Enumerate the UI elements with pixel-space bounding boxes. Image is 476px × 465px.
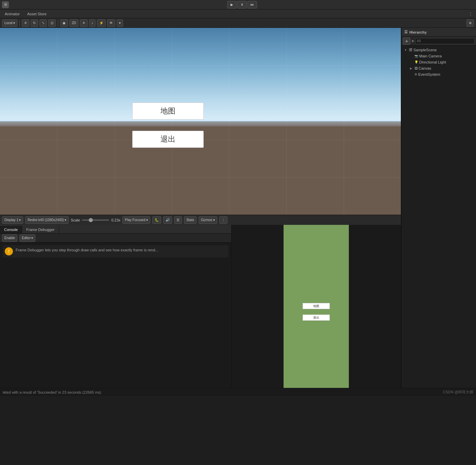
main-camera-icon: 📷 — [414, 54, 418, 58]
console-warning-icon: ! — [5, 247, 13, 255]
tab-bar: Animator Asset Store ⋮ — [0, 10, 476, 18]
scene-viewport[interactable]: 地图 退出 — [0, 28, 401, 215]
local-dropdown[interactable]: Local ▾ — [2, 19, 17, 27]
status-brand: CSDN @阿哥大师 — [443, 390, 473, 395]
scale-tool-btn[interactable]: ⤡ — [39, 19, 47, 27]
console-enable-btn[interactable]: Enable — [2, 234, 17, 242]
main-camera-label: Main Camera — [419, 54, 442, 58]
tab-frame-debugger[interactable]: Frame Debugger — [22, 226, 59, 233]
console-message-text: Frame Debugger lets you step through dra… — [16, 247, 158, 253]
console-content: ! Frame Debugger lets you step through d… — [0, 243, 231, 388]
play-controls-group: ▶ ⏸ ⏭ — [227, 1, 257, 8]
bottom-section: Console Frame Debugger Enable Editor ▾ !… — [0, 225, 476, 388]
game-phone-screen: 地图 退出 — [284, 225, 349, 388]
scene-map-button[interactable]: 地图 — [132, 103, 204, 120]
samplescene-arrow: ▼ — [404, 49, 408, 52]
separator-1 — [19, 20, 20, 26]
hierarchy-title-icon: ☰ — [404, 30, 408, 34]
tab-asset-store[interactable]: Asset Store — [24, 10, 50, 18]
editor-dropdown-icon: ▾ — [31, 236, 33, 240]
2d-btn[interactable]: 2D — [69, 19, 79, 27]
persp-btn[interactable]: ◉ — [60, 19, 68, 27]
effect-toggle-btn[interactable]: ⚡ — [97, 19, 106, 27]
hierarchy-search-input[interactable] — [415, 38, 475, 44]
hierarchy-panel: ☰ Hierarchy + ▾ ▼ 🎬 SampleScene ▶ 📷 Main… — [401, 28, 476, 225]
hierarchy-toolbar: + ▾ — [402, 37, 476, 46]
display-dropdown-icon: ▾ — [19, 218, 21, 222]
status-message: leted with a result of 'Succeeded' in 23… — [3, 390, 101, 394]
local-dropdown-icon: ▾ — [13, 21, 15, 25]
console-toolbar: Enable Editor ▾ — [0, 234, 231, 243]
console-editor-btn[interactable]: Editor ▾ — [19, 234, 35, 242]
game-quit-button[interactable]: 退出 — [303, 315, 330, 321]
scene-audio-btn[interactable]: 🔊 — [163, 216, 172, 224]
scale-label: Scale — [71, 218, 80, 222]
dir-light-label: Directional Light — [419, 60, 446, 64]
gizmos-dropdown-icon: ▾ — [213, 218, 215, 222]
play-button[interactable]: ▶ — [227, 1, 237, 8]
status-bar: leted with a result of 'Succeeded' in 23… — [0, 388, 476, 396]
game-preview-panel: 地图 退出 — [231, 225, 401, 388]
console-panel: Console Frame Debugger Enable Editor ▾ !… — [0, 225, 231, 388]
gizmo-btn[interactable]: ⊕ — [466, 19, 474, 27]
bug-btn[interactable]: 🐛 — [152, 216, 161, 224]
local-label: Local — [4, 21, 13, 25]
hierarchy-item-main-camera[interactable]: ▶ 📷 Main Camera — [402, 53, 476, 59]
console-message-1: ! Frame Debugger lets you step through d… — [3, 245, 228, 257]
scene-bottom-bar: Display 1 ▾ Redmi k40 (1080x2400) ▾ Scal… — [0, 215, 401, 225]
tab-animator[interactable]: Animator — [1, 10, 23, 18]
canvas-icon: 🖼 — [414, 67, 418, 70]
move-tool-btn[interactable]: ✛ — [22, 19, 29, 27]
scene-grid — [0, 28, 401, 215]
dir-light-icon: 💡 — [414, 60, 418, 64]
eventsystem-icon: ⚙ — [414, 73, 417, 76]
step-button[interactable]: ⏭ — [248, 1, 257, 8]
audio-toggle-btn[interactable]: ♪ — [89, 19, 96, 27]
hierarchy-panel-header: ☰ Hierarchy — [402, 28, 476, 37]
hierarchy-item-directional-light[interactable]: ▶ 💡 Directional Light — [402, 59, 476, 65]
tab-console[interactable]: Console — [0, 226, 22, 233]
stats-icon-btn[interactable]: ☰ — [174, 216, 182, 224]
hierarchy-item-canvas[interactable]: ▶ 🖼 Canvas — [402, 65, 476, 71]
scene-view-panel: 地图 退出 Display 1 ▾ Redmi k40 (1080x2400) … — [0, 28, 401, 225]
hierarchy-add-btn[interactable]: + — [403, 37, 410, 45]
console-tabs-bar: Console Frame Debugger — [0, 225, 231, 234]
scene-toolbar: Local ▾ ✛ ↻ ⤡ ⊡ ◉ 2D ☀ ♪ ⚡ 👁 ▾ ⊕ — [0, 18, 476, 28]
separator-2 — [58, 20, 58, 26]
resolution-dropdown-icon: ▾ — [65, 218, 66, 222]
scale-slider[interactable] — [82, 219, 109, 221]
samplescene-icon: 🎬 — [409, 48, 412, 52]
hierarchy-dropdown-icon: ▾ — [412, 39, 414, 43]
hierarchy-item-eventsystem[interactable]: ▶ ⚙ EventSystem — [402, 71, 476, 77]
visibility-btn[interactable]: 👁 — [107, 19, 115, 27]
scale-value: 0.23x — [111, 218, 120, 222]
inspector-panel-bottom — [401, 225, 476, 388]
play-focused-btn[interactable]: Play Focused ▾ — [122, 216, 150, 224]
scale-handle[interactable] — [89, 218, 93, 222]
main-viewport-area: 地图 退出 Display 1 ▾ Redmi k40 (1080x2400) … — [0, 28, 476, 225]
top-play-controls-bar: ⚙ ▶ ⏸ ⏭ — [0, 0, 476, 10]
play-focused-dropdown-icon: ▾ — [146, 218, 148, 222]
canvas-label: Canvas — [419, 66, 431, 70]
eventsystem-label: EventSystem — [418, 72, 440, 76]
display-selector[interactable]: Display 1 ▾ — [2, 216, 23, 224]
pause-button[interactable]: ⏸ — [237, 1, 247, 8]
light-toggle-btn[interactable]: ☀ — [80, 19, 88, 27]
scene-dots-btn[interactable]: ⋮ — [219, 216, 227, 224]
game-map-button[interactable]: 地图 — [303, 303, 330, 309]
app-icon: ⚙ — [2, 1, 9, 8]
hierarchy-title: Hierarchy — [409, 30, 427, 34]
hierarchy-item-samplescene[interactable]: ▼ 🎬 SampleScene — [402, 47, 476, 53]
rect-tool-btn[interactable]: ⊡ — [48, 19, 56, 27]
more-tools-btn[interactable]: ▾ — [117, 19, 123, 27]
scene-quit-button[interactable]: 退出 — [132, 131, 204, 148]
rotate-tool-btn[interactable]: ↻ — [31, 19, 38, 27]
tab-dots-menu[interactable]: ⋮ — [466, 12, 475, 16]
resolution-selector[interactable]: Redmi k40 (1080x2400) ▾ — [25, 216, 69, 224]
samplescene-label: SampleScene — [413, 48, 437, 52]
gizmos-btn[interactable]: Gizmos ▾ — [199, 216, 217, 224]
stats-label-btn[interactable]: Stats — [184, 216, 197, 224]
hierarchy-items-list: ▼ 🎬 SampleScene ▶ 📷 Main Camera ▶ 💡 Dire… — [402, 46, 476, 225]
canvas-arrow: ▶ — [410, 67, 413, 70]
